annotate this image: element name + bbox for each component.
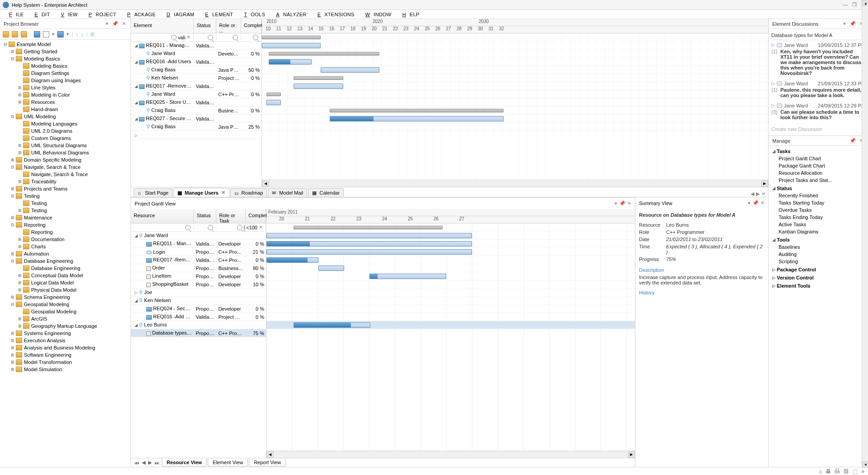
gantt-row[interactable]: ⚲ Jane WardC++ Pro...0 % bbox=[131, 90, 261, 98]
tree-toggle-icon[interactable]: ⊞ bbox=[17, 100, 22, 105]
manage-item[interactable]: Auditing bbox=[772, 251, 864, 258]
up-arrow-icon[interactable]: ↑ bbox=[76, 32, 79, 37]
tree-toggle-icon[interactable]: ⊞ bbox=[17, 93, 22, 98]
section-toggle-icon[interactable]: ▷ bbox=[772, 275, 777, 280]
tree-item[interactable]: ⊞Getting Started bbox=[0, 48, 131, 55]
gantt-bar[interactable] bbox=[269, 59, 312, 65]
row-toggle-icon[interactable]: ◢ bbox=[135, 84, 139, 88]
row-toggle-icon[interactable]: ◢ bbox=[135, 323, 139, 327]
tree-toggle-icon[interactable]: ⊞ bbox=[10, 367, 15, 372]
tree-item[interactable]: ⊟Geospatial Modeling bbox=[0, 301, 131, 308]
tree-item[interactable]: ⊞Modeling in Color bbox=[0, 91, 131, 98]
tree-item[interactable]: ⊞Physical Data Model bbox=[0, 286, 131, 293]
chevron-right-icon[interactable]: ▷ bbox=[771, 42, 775, 48]
bottom-gantt-scrollbar[interactable]: ◀ ▶ bbox=[266, 451, 635, 458]
chain-icon[interactable]: ⛓ bbox=[844, 468, 849, 475]
tree-item[interactable]: Modeling Languages bbox=[0, 120, 131, 127]
tree-toggle-icon[interactable] bbox=[17, 172, 22, 177]
manage-item[interactable]: Tasks Ending Today bbox=[772, 214, 864, 221]
disc-pin-icon[interactable]: 📌 bbox=[849, 21, 857, 27]
tab-close-all-icon[interactable]: ✕ bbox=[761, 191, 765, 197]
gantt-row[interactable]: ◢REQ025 - Store User DetailsValidated bbox=[131, 98, 261, 107]
tree-toggle-icon[interactable]: ⊟ bbox=[10, 56, 15, 61]
gantt-bar[interactable] bbox=[266, 249, 472, 255]
tree-item[interactable]: ⊞UML Behavioral Diagrams bbox=[0, 149, 131, 156]
tree-toggle-icon[interactable]: ⊟ bbox=[10, 223, 15, 228]
expand-icon[interactable]: ⬚ bbox=[853, 468, 858, 475]
tree-item[interactable]: Diagram Settings bbox=[0, 70, 131, 77]
tree-toggle-icon[interactable] bbox=[17, 266, 22, 271]
search-icon[interactable] bbox=[244, 225, 245, 230]
tree-item[interactable]: ⊞Automation bbox=[0, 250, 131, 257]
sv-close-icon[interactable]: ✕ bbox=[761, 200, 765, 206]
pgv-dropdown-icon[interactable]: ▾ bbox=[615, 200, 617, 206]
tree-item[interactable]: Custom Diagrams bbox=[0, 135, 131, 142]
doc-dropdown-icon[interactable]: ▾ bbox=[52, 31, 55, 37]
manage-item[interactable]: Baselines bbox=[772, 243, 864, 251]
search-icon[interactable] bbox=[253, 35, 258, 40]
clear-search-icon[interactable]: ✕ bbox=[259, 224, 263, 230]
tree-item[interactable]: ⊞Maintenance bbox=[0, 214, 131, 221]
discussion-item[interactable]: ▷Jane Ward21/09/2015 12:33 PM(1)Paulene,… bbox=[771, 80, 865, 98]
bg-scroll-left-button[interactable]: ◀ bbox=[266, 452, 274, 458]
top-gantt-bars[interactable] bbox=[262, 33, 768, 180]
chevron-right-icon[interactable]: ▷ bbox=[771, 102, 775, 108]
menu-diagram[interactable]: DIAGRAM bbox=[159, 11, 198, 18]
tab-start-page[interactable]: ⌂Start Page bbox=[134, 188, 173, 197]
gantt-row[interactable]: ◢REQ016 -Add UsersValidated bbox=[131, 58, 261, 66]
tree-item[interactable]: ⊞Charts bbox=[0, 243, 131, 250]
tree-toggle-icon[interactable]: ⊞ bbox=[10, 295, 15, 300]
search-icon[interactable] bbox=[237, 225, 243, 230]
tree-item[interactable]: Geospatial Modeling bbox=[0, 308, 131, 315]
down-arrow-icon[interactable]: ↓ bbox=[81, 32, 84, 37]
target-icon[interactable]: ◎ bbox=[90, 31, 95, 37]
tree-item[interactable]: ⊞Geography Markup Language bbox=[0, 322, 131, 330]
tab-calendar[interactable]: ▦Calendar bbox=[308, 188, 344, 197]
tree-toggle-icon[interactable]: ⊟ bbox=[3, 42, 8, 47]
section-toggle-icon[interactable]: ◢ bbox=[772, 238, 777, 242]
column-header[interactable]: Status bbox=[194, 19, 216, 33]
tree-item[interactable]: Hand-drawn bbox=[0, 106, 131, 113]
gantt-row[interactable]: ◢REQ017 -Remove UserValidated bbox=[131, 82, 261, 90]
tree-item[interactable]: ⊟Database Engineering bbox=[0, 257, 131, 265]
gantt-row[interactable]: REQ024 - Secure Acc...ProposedDeveloper0… bbox=[131, 305, 266, 313]
new-element-icon[interactable] bbox=[21, 31, 27, 37]
tree-item[interactable]: Navigate, Search & Trace bbox=[0, 171, 131, 178]
chevron-right-icon[interactable]: ▷ bbox=[771, 80, 775, 86]
gantt-row[interactable]: LoginProposedC++ Progra...21 % bbox=[131, 248, 266, 256]
gantt-bar[interactable] bbox=[321, 67, 379, 73]
tree-item[interactable]: ⊞Domain Specific Modeling bbox=[0, 156, 131, 163]
manage-section-header[interactable]: ▷Version Control bbox=[772, 274, 864, 281]
tree-item[interactable]: Reporting bbox=[0, 228, 131, 236]
tab-next-icon[interactable]: ▶ bbox=[756, 191, 760, 197]
column-header[interactable]: Complete bbox=[246, 209, 266, 223]
row-toggle-icon[interactable]: ◢ bbox=[135, 60, 139, 64]
save-icon[interactable] bbox=[57, 31, 64, 37]
tree-toggle-icon[interactable]: ⊞ bbox=[17, 288, 22, 293]
disc-dropdown-icon[interactable]: ▾ bbox=[842, 21, 847, 27]
column-header[interactable]: Role or Task bbox=[216, 209, 246, 223]
last-button[interactable]: ⏭ bbox=[153, 460, 161, 466]
tree-toggle-icon[interactable] bbox=[17, 309, 22, 314]
scroll-left-button[interactable]: ◀ bbox=[262, 181, 269, 187]
create-discussion-input[interactable]: Create new Discussion bbox=[771, 125, 865, 134]
menu-help[interactable]: HELP bbox=[395, 11, 423, 18]
bottom-gantt-bars[interactable] bbox=[266, 224, 635, 451]
menu-window[interactable]: WINDOW bbox=[358, 11, 395, 18]
tree-item[interactable]: Diagram using Images bbox=[0, 77, 131, 84]
tree-item[interactable]: ⊞Logical Data Model bbox=[0, 279, 131, 286]
menu-view[interactable]: VIEW bbox=[54, 11, 81, 18]
tree-toggle-icon[interactable] bbox=[17, 107, 22, 112]
tree-toggle-icon[interactable]: ⊟ bbox=[10, 165, 15, 170]
tree-toggle-icon[interactable]: ⊞ bbox=[10, 345, 15, 350]
discussion-item[interactable]: ▷Jane Ward10/09/2015 12:37 PM(1)Ken, why… bbox=[771, 42, 865, 76]
manage-item[interactable]: Scripting bbox=[772, 258, 864, 265]
gantt-bar[interactable] bbox=[269, 52, 379, 56]
menu-edit[interactable]: EDIT bbox=[27, 11, 53, 18]
sv-pin-icon[interactable]: 📌 bbox=[752, 200, 759, 206]
section-toggle-icon[interactable]: ▷ bbox=[772, 284, 777, 288]
manage-section-header[interactable]: ▷Package Control bbox=[772, 266, 864, 273]
menu-file[interactable]: FILE bbox=[2, 11, 27, 18]
search-icon[interactable] bbox=[233, 35, 238, 40]
gantt-bar[interactable] bbox=[294, 226, 443, 229]
